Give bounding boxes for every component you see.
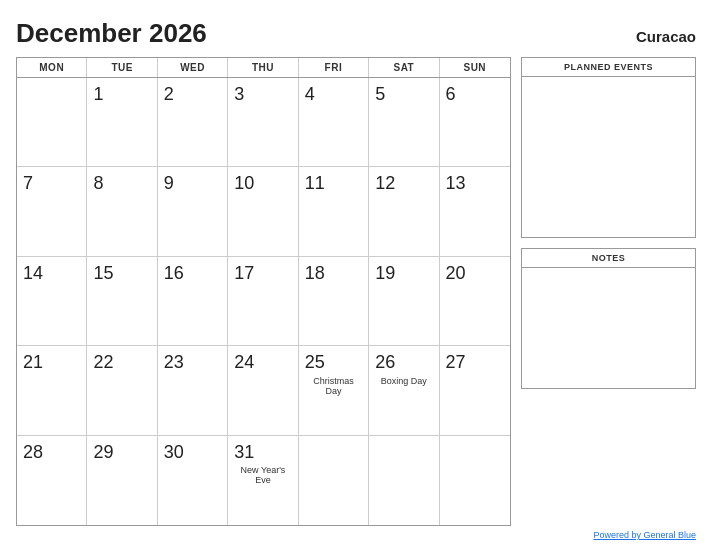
day-header-sat: SAT xyxy=(369,58,439,77)
cell-number: 21 xyxy=(23,352,43,374)
cell-number: 30 xyxy=(164,442,184,464)
cell-number: 14 xyxy=(23,263,43,285)
calendar-cell: 14 xyxy=(17,257,87,346)
calendar-cell: 5 xyxy=(369,78,439,167)
calendar-cell: 15 xyxy=(87,257,157,346)
day-header-mon: MON xyxy=(17,58,87,77)
cell-number: 1 xyxy=(93,84,103,106)
calendar-cell: 20 xyxy=(440,257,510,346)
calendar-cell: 7 xyxy=(17,167,87,256)
cell-number: 25 xyxy=(305,352,325,374)
cell-number: 26 xyxy=(375,352,395,374)
cell-number: 31 xyxy=(234,442,254,464)
cell-number: 12 xyxy=(375,173,395,195)
calendar-cell: 19 xyxy=(369,257,439,346)
calendar-cell xyxy=(17,78,87,167)
main-area: MONTUEWEDTHUFRISATSUN 123456789101112131… xyxy=(16,57,696,526)
notes-title: NOTES xyxy=(522,249,695,268)
cell-number: 16 xyxy=(164,263,184,285)
calendar-cell: 16 xyxy=(158,257,228,346)
cell-number: 10 xyxy=(234,173,254,195)
cell-number: 22 xyxy=(93,352,113,374)
planned-events-box: PLANNED EVENTS xyxy=(521,57,696,238)
powered-by-link[interactable]: Powered by General Blue xyxy=(593,530,696,540)
calendar-cell: 6 xyxy=(440,78,510,167)
planned-events-content xyxy=(522,77,695,237)
cell-number: 18 xyxy=(305,263,325,285)
notes-content xyxy=(522,268,695,388)
calendar-cell: 2 xyxy=(158,78,228,167)
cell-number: 8 xyxy=(93,173,103,195)
calendar-cell: 24 xyxy=(228,346,298,435)
day-header-thu: THU xyxy=(228,58,298,77)
calendar-cell: 22 xyxy=(87,346,157,435)
calendar-cell xyxy=(369,436,439,525)
calendar-cell: 8 xyxy=(87,167,157,256)
calendar-cell: 9 xyxy=(158,167,228,256)
cell-event: Boxing Day xyxy=(375,376,432,386)
day-headers: MONTUEWEDTHUFRISATSUN xyxy=(17,58,510,78)
header: December 2026 Curacao xyxy=(16,18,696,49)
cell-number: 5 xyxy=(375,84,385,106)
cell-event: Christmas Day xyxy=(305,376,362,396)
calendar-cell: 13 xyxy=(440,167,510,256)
cell-number: 19 xyxy=(375,263,395,285)
calendar-grid: 1234567891011121314151617181920212223242… xyxy=(17,78,510,525)
calendar-cell: 30 xyxy=(158,436,228,525)
notes-box: NOTES xyxy=(521,248,696,389)
cell-number: 7 xyxy=(23,173,33,195)
calendar-cell xyxy=(299,436,369,525)
calendar-cell: 17 xyxy=(228,257,298,346)
day-header-sun: SUN xyxy=(440,58,510,77)
calendar-cell: 18 xyxy=(299,257,369,346)
cell-number: 29 xyxy=(93,442,113,464)
calendar-cell: 10 xyxy=(228,167,298,256)
day-header-tue: TUE xyxy=(87,58,157,77)
cell-number: 9 xyxy=(164,173,174,195)
calendar-cell: 31New Year's Eve xyxy=(228,436,298,525)
footer: Powered by General Blue xyxy=(16,530,696,540)
page: December 2026 Curacao MONTUEWEDTHUFRISAT… xyxy=(0,0,712,550)
planned-events-title: PLANNED EVENTS xyxy=(522,58,695,77)
cell-number: 4 xyxy=(305,84,315,106)
calendar-cell: 28 xyxy=(17,436,87,525)
calendar-cell: 11 xyxy=(299,167,369,256)
calendar-cell: 23 xyxy=(158,346,228,435)
cell-number: 13 xyxy=(446,173,466,195)
page-title: December 2026 xyxy=(16,18,207,49)
cell-number: 2 xyxy=(164,84,174,106)
calendar-cell xyxy=(440,436,510,525)
cell-number: 27 xyxy=(446,352,466,374)
calendar-cell: 26Boxing Day xyxy=(369,346,439,435)
cell-number: 17 xyxy=(234,263,254,285)
sidebar: PLANNED EVENTS NOTES xyxy=(521,57,696,526)
cell-number: 28 xyxy=(23,442,43,464)
calendar-cell: 25Christmas Day xyxy=(299,346,369,435)
calendar-cell: 21 xyxy=(17,346,87,435)
calendar-cell: 12 xyxy=(369,167,439,256)
cell-number: 23 xyxy=(164,352,184,374)
calendar: MONTUEWEDTHUFRISATSUN 123456789101112131… xyxy=(16,57,511,526)
cell-number: 3 xyxy=(234,84,244,106)
cell-number: 24 xyxy=(234,352,254,374)
calendar-cell: 29 xyxy=(87,436,157,525)
cell-event: New Year's Eve xyxy=(234,465,291,485)
cell-number: 6 xyxy=(446,84,456,106)
calendar-cell: 4 xyxy=(299,78,369,167)
cell-number: 20 xyxy=(446,263,466,285)
calendar-cell: 27 xyxy=(440,346,510,435)
calendar-cell: 1 xyxy=(87,78,157,167)
region-label: Curacao xyxy=(636,28,696,45)
cell-number: 15 xyxy=(93,263,113,285)
cell-number: 11 xyxy=(305,173,325,195)
calendar-cell: 3 xyxy=(228,78,298,167)
day-header-fri: FRI xyxy=(299,58,369,77)
day-header-wed: WED xyxy=(158,58,228,77)
